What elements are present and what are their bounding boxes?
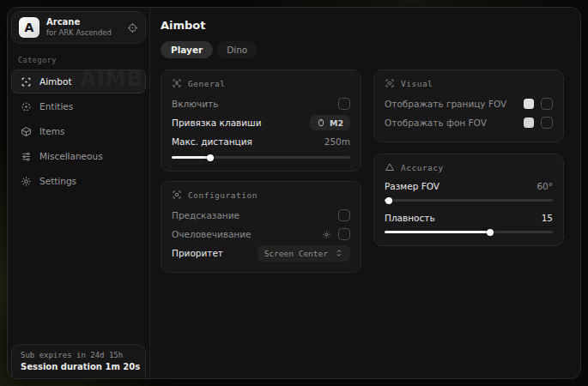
accuracy-panel-title: Accuracy: [401, 163, 444, 172]
session-duration-text: Session duration 1m 20s: [21, 362, 136, 371]
slider-handle[interactable]: [487, 229, 494, 236]
fov-border-color-swatch[interactable]: [524, 99, 534, 109]
humanization-settings-gear-icon[interactable]: [322, 230, 331, 239]
humanization-row: Очеловечивание: [172, 225, 350, 244]
sidebar-item-miscellaneous[interactable]: Miscellaneous: [11, 144, 146, 168]
keybind-value: M2: [330, 118, 343, 128]
fov-size-slider[interactable]: [385, 196, 553, 204]
aimbot-crosshair-icon: [21, 76, 32, 87]
fov-size-value: 60°: [536, 181, 553, 191]
max-distance-row: Макс. дистанция 250m: [172, 132, 350, 151]
enable-row: Включить: [172, 94, 350, 113]
priority-label: Приоритет: [172, 248, 223, 258]
app-name: Arcane: [46, 17, 120, 28]
visual-eye-icon: [385, 78, 395, 88]
app-logo: A: [19, 17, 39, 38]
subscription-footer: Sub expires in 24d 15h Session duration …: [11, 344, 146, 377]
priority-dropdown[interactable]: Screen Center: [258, 245, 350, 262]
max-distance-slider[interactable]: [172, 153, 350, 161]
configuration-icon: [172, 190, 182, 200]
keybind-row: Привязка клавиши M2: [172, 113, 350, 132]
tab-dino[interactable]: Dino: [216, 41, 258, 58]
general-panel: General Включить Привязка клавиши: [161, 69, 361, 172]
configuration-panel-title: Configuration: [188, 190, 258, 200]
enable-checkbox[interactable]: [338, 98, 350, 110]
fov-background-row: Отображать фон FOV: [385, 113, 553, 132]
brand-text: Arcane for ARK Ascended: [46, 17, 120, 37]
sidebar-item-label: Entities: [39, 101, 73, 112]
humanization-label: Очеловечивание: [172, 229, 252, 239]
sidebar-item-label: Aimbot: [39, 76, 72, 87]
items-package-icon: [21, 126, 32, 137]
crosshair-icon[interactable]: [127, 22, 138, 33]
sidebar-item-label: Items: [39, 126, 64, 136]
prediction-row: Предсказание: [172, 206, 350, 225]
fov-border-row: Отображать границу FOV: [385, 94, 553, 113]
priority-row: Приоритет Screen Center: [172, 244, 350, 262]
aimbot-watermark: AIMB: [80, 69, 143, 91]
sidebar-item-aimbot[interactable]: Aimbot AIMB: [11, 69, 146, 93]
app-subtitle: for ARK Ascended: [46, 28, 120, 38]
keybind-button[interactable]: M2: [310, 115, 350, 130]
sidebar-nav: Aimbot AIMB Entities Items: [11, 69, 146, 193]
slider-handle[interactable]: [385, 197, 392, 204]
slider-handle[interactable]: [207, 154, 214, 161]
tab-player[interactable]: Player: [161, 41, 213, 58]
sliders-icon: [21, 151, 32, 162]
visual-panel: Visual Отображать границу FOV Отображать…: [373, 69, 564, 142]
keybind-label: Привязка клавиши: [172, 118, 262, 128]
fov-background-checkbox[interactable]: [541, 117, 553, 129]
entities-radar-icon: [21, 101, 32, 112]
fov-size-label: Размер FOV: [385, 181, 439, 191]
fov-border-label: Отображать границу FOV: [385, 99, 506, 109]
humanization-checkbox[interactable]: [338, 228, 350, 240]
prediction-label: Предсказание: [172, 210, 239, 220]
configuration-panel: Configuration Предсказание Очеловечивани…: [161, 181, 361, 273]
sidebar-item-items[interactable]: Items: [11, 119, 146, 143]
fov-border-checkbox[interactable]: [541, 98, 553, 110]
sidebar: A Arcane for ARK Ascended Category: [8, 8, 150, 378]
sub-expires-text: Sub expires in 24d 15h: [21, 351, 136, 359]
fov-background-label: Отображать фон FOV: [385, 118, 487, 128]
main-content: Aimbot Player Dino General: [150, 8, 580, 378]
session-duration-value: 1m 20s: [105, 362, 140, 371]
sidebar-item-label: Settings: [39, 176, 76, 186]
priority-selected-value: Screen Center: [264, 249, 328, 258]
prediction-checkbox[interactable]: [338, 209, 350, 221]
sidebar-item-settings[interactable]: Settings: [11, 169, 146, 193]
app-window: A Arcane for ARK Ascended Category: [7, 7, 581, 379]
smoothness-value: 15: [542, 213, 553, 223]
max-distance-value: 250m: [324, 136, 350, 147]
smoothness-label: Плавность: [385, 213, 435, 223]
enable-label: Включить: [172, 99, 218, 109]
accuracy-triangle-icon: [385, 162, 395, 172]
fov-background-color-swatch[interactable]: [524, 118, 534, 128]
gear-icon: [21, 176, 32, 187]
smoothness-row: Плавность 15: [385, 210, 553, 226]
category-label: Category: [18, 56, 146, 64]
smoothness-slider[interactable]: [385, 227, 553, 236]
session-duration-label: Session duration: [21, 362, 105, 371]
mouse-icon: [317, 118, 325, 128]
max-distance-label: Макс. дистанция: [172, 136, 252, 147]
accuracy-panel: Accuracy Размер FOV 60° Плавность 15: [373, 154, 564, 246]
tab-bar: Player Dino: [161, 41, 570, 58]
visual-panel-title: Visual: [401, 79, 433, 88]
sidebar-item-entities[interactable]: Entities: [11, 94, 146, 118]
fov-size-row: Размер FOV 60°: [385, 178, 553, 194]
general-panel-title: General: [188, 79, 226, 88]
select-chevrons-icon: [335, 249, 343, 257]
brand-card: A Arcane for ARK Ascended: [11, 11, 146, 44]
page-title: Aimbot: [161, 19, 570, 32]
general-scan-icon: [172, 78, 182, 88]
sidebar-item-label: Miscellaneous: [39, 151, 103, 161]
